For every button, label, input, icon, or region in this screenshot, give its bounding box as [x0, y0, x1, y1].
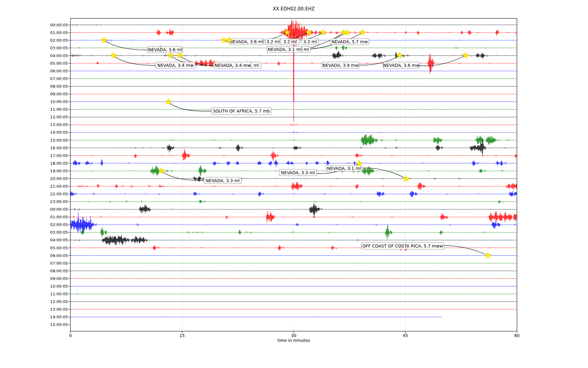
annotation-text: NEVADA, 5.7 mw [331, 39, 368, 44]
event-annotation: NEVADA, 3.6 mw [383, 62, 420, 68]
seismic-trace [70, 132, 517, 133]
event-annotation: NEVADA, 5.7 mw [330, 39, 369, 45]
row-time-label: 09:00:05 [50, 276, 68, 281]
trace-row: 08:00:05 [50, 269, 517, 273]
row-time-label: 08:00:05 [50, 84, 68, 89]
row-time-label: 14:00:05 [50, 315, 68, 319]
row-time-label: 03:00:05 [50, 230, 68, 235]
trace-row: 17:00:05 [50, 149, 517, 161]
annotation-text: ml [303, 47, 309, 52]
row-time-label: 06:00:05 [50, 253, 68, 258]
trace-row: 14:00:05 [50, 315, 442, 319]
row-time-label: 01:00:05 [50, 30, 68, 35]
annotation-leader [420, 56, 466, 66]
x-tick-label: 60 [514, 333, 519, 338]
row-time-label: 01:00:05 [50, 215, 68, 219]
trace-row: 11:00:05 [50, 107, 517, 112]
annotation-text: SOUTH OF AFRICA, 5.7 mb [213, 109, 270, 113]
trace-row: 15:00:05 [50, 135, 517, 146]
x-axis-label: time in minutes [70, 338, 517, 343]
annotation-leader [444, 246, 488, 255]
row-time-label: 23:00:05 [50, 199, 68, 204]
trace-row: 12:00:05 [50, 115, 517, 119]
x-tick-label: 15 [179, 333, 185, 338]
event-annotation: NEVADA, 3.6 ml [229, 39, 264, 45]
x-tick-label: 0 [69, 333, 72, 338]
event-star-marker [100, 37, 107, 43]
annotation-text: NEVADA, 3.9 mw [322, 63, 359, 68]
row-time-label: 05:00:05 [50, 246, 68, 250]
row-time-label: 06:00:05 [50, 69, 68, 73]
trace-row: 20:00:05 [50, 176, 517, 182]
annotation-text: NEVADA, 3.1 ml [268, 47, 302, 52]
row-time-label: 20:00:05 [50, 176, 68, 181]
annotation-text: NEVADA, 3.4 mw [157, 63, 194, 68]
seismic-trace [70, 309, 517, 309]
seismic-trace [70, 203, 517, 217]
event-annotation: 3.2 ml [265, 39, 281, 45]
trace-row: 13:00:05 [50, 307, 517, 312]
row-time-label: 12:00:05 [50, 299, 68, 304]
trace-row: 08:00:05 [50, 84, 517, 89]
annotation-text: 3.2 ml [266, 39, 280, 44]
event-annotation: 3.2 ml [302, 39, 318, 45]
seismic-trace [70, 286, 517, 286]
row-time-label: 14:00:05 [50, 130, 68, 135]
annotation-text: NEVADA, 3.4 mw [215, 63, 251, 68]
annotation-text: NEVADA, 3.3 ml [281, 170, 315, 175]
trace-row: 12:00:05 [50, 299, 517, 304]
trace-row: 06:00:05 [50, 253, 517, 258]
row-time-label: 03:00:05 [50, 46, 68, 50]
seismic-trace [70, 135, 517, 146]
trace-row: 05:00:05 [50, 244, 517, 251]
row-time-label: 04:00:05 [50, 238, 68, 242]
annotation-text: NEVADA, 3.6 ml [148, 47, 182, 52]
annotation-text: NEVADA, 3.6 ml [230, 39, 264, 44]
seismic-trace [70, 102, 517, 102]
annotation-text: NEVADA, 3.1 ml [327, 166, 361, 171]
x-tick-label: 30 [291, 333, 296, 338]
trace-row: 00:00:05 [50, 23, 517, 27]
row-time-label: 08:00:05 [50, 269, 68, 273]
event-star-marker [320, 29, 327, 36]
annotation-leader [104, 40, 148, 50]
trace-row: 18:00:05 [50, 159, 517, 167]
trace-row: 14:00:05 [50, 130, 517, 135]
event-annotation: OFF COAST OF COSTA RICA, 5.7 mww [361, 243, 444, 249]
row-time-label: 19:00:05 [50, 169, 68, 173]
seismic-trace [70, 24, 517, 26]
seismic-trace [70, 159, 517, 167]
trace-row: 10:00:05 [50, 284, 517, 289]
event-star-marker [221, 37, 227, 43]
seismic-trace [70, 79, 517, 79]
row-time-label: 05:00:05 [50, 61, 68, 66]
trace-row: 11:00:05 [50, 292, 517, 296]
seismic-trace [70, 200, 517, 204]
seismic-trace [70, 139, 517, 157]
trace-row: 07:00:05 [50, 76, 517, 81]
trace-row: 01:00:05 [50, 211, 517, 223]
row-time-label: 11:00:05 [50, 292, 68, 296]
annotation-leader [168, 102, 211, 111]
annotation-text: NEVADA, 3.3 ml [206, 178, 240, 183]
event-annotation: ml [251, 62, 261, 68]
row-time-label: 21:00:05 [50, 184, 68, 189]
event-star-marker [484, 252, 491, 259]
event-annotation: NEVADA, 3.1 ml [267, 46, 303, 52]
trace-row: 16:00:05 [50, 139, 517, 157]
event-star-marker [462, 52, 469, 59]
event-annotation: ml [302, 46, 311, 52]
seismic-trace [70, 271, 517, 271]
row-time-label: 15:00:05 [50, 138, 68, 143]
seismic-trace [70, 317, 442, 317]
event-star-marker [396, 52, 403, 59]
trace-row: 09:00:05 [50, 92, 517, 96]
event-annotation: NEVADA, 3.3 ml [279, 169, 317, 176]
plot-title: XX.EDH02.00.EHZ [0, 6, 587, 12]
row-time-label: 11:00:05 [50, 107, 68, 112]
row-time-label: 02:00:05 [50, 38, 68, 43]
seismic-trace [70, 212, 517, 234]
annotation-layer: NEVADA, 3.6 mlNEVADA, 3.4 mwNEVADA, 3.4 … [148, 39, 444, 249]
trace-row: 09:00:05 [50, 276, 517, 281]
row-time-label: 22:00:05 [50, 192, 68, 196]
